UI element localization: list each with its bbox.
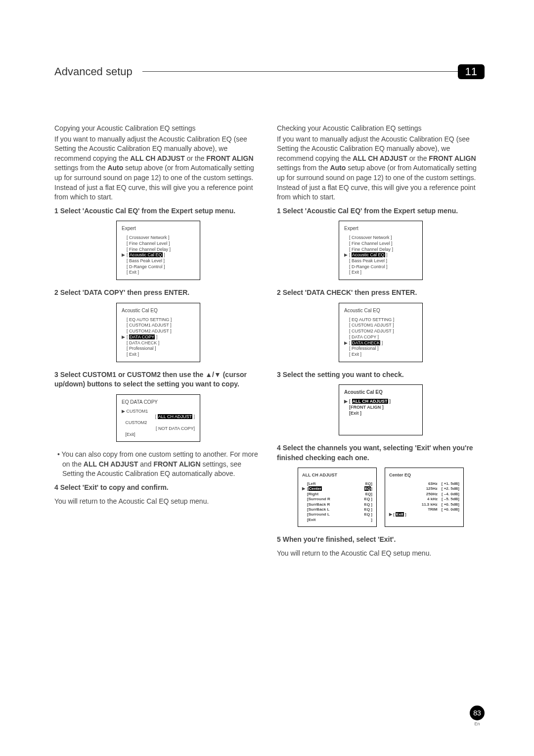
osd-text: [ EQ AUTO SETTING ] [349,317,394,322]
osd-line-selected: ▶[ Acoustic Cal EQ ] [122,252,195,258]
osd-text: [Right [307,492,318,496]
section-title-wrap: Advanced setup [54,65,142,78]
osd-line: 125Hz[ +2. 5dB] [389,486,459,491]
osd-text: [ Fine Channel Delay ] [127,247,171,252]
osd-text: [Left [307,481,315,486]
osd-text: [ Exit ] [127,270,139,275]
osd-line: [ Professional ] [344,346,417,352]
osd-title: Expert [122,225,195,232]
text: settings, see [201,460,242,468]
osd-all-ch-adjust: ALL CH ADJUST [LeftEQ] ▶[CenterEQ] [Righ… [298,468,377,527]
osd-line: TRIM[ +0. 0dB] [389,507,459,512]
bold-text: FRONT ALIGN [206,154,253,162]
osd-highlight: Acoustic Cal EQ [352,252,385,257]
osd-highlight: Acoustic Cal EQ [129,252,163,257]
osd-text: [ Fine Channel Level ] [349,241,393,246]
osd-line: [ Fine Channel Delay ] [344,247,417,253]
osd-line: [ DATA COPY ] [344,334,417,340]
right-step-3: 3 Select the setting you want to check. [277,370,485,380]
osd-line: 4 kHz[ –5. 5dB] [389,497,459,502]
osd-line: [ Bass Peak Level ] [344,258,417,264]
left-step-2: 2 Select 'DATA COPY' then press ENTER. [54,288,262,298]
osd-text: [Surround R [307,497,330,501]
osd-line: [ EQ AUTO SETTING ] [344,317,417,323]
osd-text: [FRONT ALIGN ] [349,405,384,410]
osd-text: [ CUSTOM1 ADJUST ] [349,323,394,328]
osd-text: [ +1. 5dB] [442,481,459,486]
osd-line: [SurrBack REQ ] [302,502,372,507]
right-subheading: Checking your Acoustic Calibration EQ se… [277,124,485,134]
osd-text: [ Crossover Network ] [349,235,392,240]
osd-line: [LeftEQ] [302,481,372,486]
osd-title: Acoustic Cal EQ [344,307,417,314]
osd-text: [ CUSTOM2 ADJUST ] [349,329,394,333]
content-columns: Copying your Acoustic Calibration EQ set… [54,124,485,562]
text: setup above (or from [123,164,190,172]
osd-text: [SurrBack R [307,502,330,507]
osd-highlight: Exit [396,512,404,517]
link-text: Setting the Acoustic Calibration EQ auto… [62,470,213,477]
osd-text: EQ ] [364,507,372,512]
left-tail: You will return to the Acoustic Cal EQ s… [54,497,262,507]
osd-highlight: DATA COPY [129,334,155,339]
osd-line: [ NOT DATA COPY] [122,426,195,432]
osd-channel-pair: ALL CH ADJUST [LeftEQ] ▶[CenterEQ] [Righ… [277,468,485,527]
page-number-badge: 83 [470,706,485,720]
osd-line: [ ALL CH ADJUST ] [122,414,195,420]
text: or the [185,154,207,162]
osd-highlight: EQ [364,486,371,491]
osd-line: [ Exit ] [344,270,417,276]
left-step-4: 4 Select 'Exit' to copy and confirm. [54,483,262,493]
bold-text: Auto [330,164,346,172]
bold-text: FRONT ALIGN [153,460,200,468]
osd-line: [ CUSTOM2 ADJUST ] [122,329,195,334]
osd-title: EQ DATA COPY [122,399,195,406]
osd-line: [ CUSTOM1 ADJUST ] [122,323,195,329]
osd-text: [ +0. 5dB] [442,502,459,507]
osd-text: EQ] [365,481,372,486]
osd-text: [ EQ AUTO SETTING ] [127,317,172,322]
page-footer: 83 En [470,706,485,726]
osd-text: [Exit ] [349,411,361,416]
osd-line: [ Professional ] [122,346,195,352]
osd-text: [ +2. 5dB] [442,486,459,491]
link-text: Setting the Acoustic Calibration EQ manu… [54,144,192,152]
page-lang: En [470,721,485,726]
osd-line: [ Exit ] [344,352,417,358]
bold-text: FRONT ALIGN [429,154,476,162]
bold-text: ALL CH ADJUST [353,154,407,162]
osd-line: [ DATA CHECK ] [122,340,195,346]
text: and [138,460,153,468]
osd-line: [ EQ AUTO SETTING ] [122,317,195,323]
osd-line: [ Fine Channel Level ] [122,241,195,247]
osd-line: [ Exit ] [122,270,195,276]
osd-line-selected: ▶ [ Exit ] [389,512,459,517]
osd-text: [ Fine Channel Level ] [127,241,170,246]
osd-text: EQ ] [364,497,372,502]
osd-text: [ Exit ] [127,352,139,357]
osd-text: [ D-Range Control ] [349,264,388,269]
osd-text: [ Bass Peak Level ] [127,258,165,263]
right-step-1: 1 Select 'Acoustic Cal EQ' from the Expe… [277,206,485,216]
osd-highlight: ALL CH ADJUST [352,399,388,404]
osd-text: [ –4. 0dB] [442,492,459,497]
text: above. [213,470,235,477]
text: settings from the [54,164,107,172]
osd-line: [ D-Range Control ] [344,264,417,270]
osd-highlight: ALL CH ADJUST [158,414,192,419]
osd-title: Acoustic Cal EQ [122,307,195,314]
osd-text: EQ ] [364,512,372,517]
osd-line-selected: ▶[ Acoustic Cal EQ ] [344,252,417,258]
bold-text: Auto [107,164,123,172]
osd-text: 250Hz [389,492,442,497]
text: setup above (or from [346,164,413,172]
osd-line: [Surround REQ ] [302,497,372,502]
osd-line: [ CUSTOM2 ADJUST ] [344,329,417,334]
osd-acoustic-cal-menu: Acoustic Cal EQ [ EQ AUTO SETTING ] [ CU… [116,303,200,362]
osd-text: [ Exit ] [349,352,361,357]
left-subheading: Copying your Acoustic Calibration EQ set… [54,124,262,134]
osd-line: [ Exit ] [122,352,195,358]
left-step-3: 3 Select CUSTOM1 or CUSTOM2 then use the… [54,370,262,389]
osd-text: 125Hz [389,486,442,491]
osd-acoustic-cal-check: Acoustic Cal EQ [ EQ AUTO SETTING ] [ CU… [339,303,423,362]
